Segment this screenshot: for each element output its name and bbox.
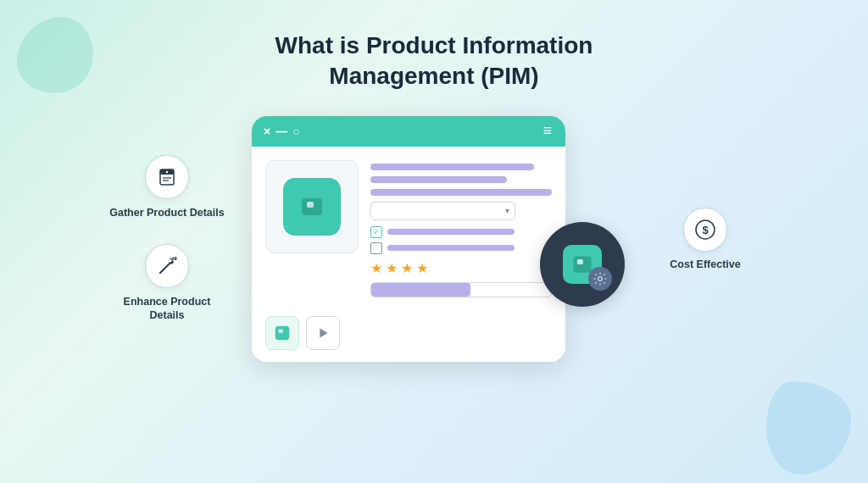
progress-fill bbox=[371, 283, 470, 297]
database-icon bbox=[156, 166, 178, 188]
svg-rect-16 bbox=[574, 256, 592, 272]
settings-gear-badge bbox=[588, 267, 612, 291]
browser-window: × — ○ ≡ bbox=[252, 116, 565, 362]
star-4: ★ bbox=[416, 260, 428, 276]
star-3: ★ bbox=[401, 260, 413, 276]
dollar-circle-icon: $ bbox=[694, 219, 716, 241]
checkbox-label-2 bbox=[387, 245, 515, 251]
chevron-down-icon: ▾ bbox=[505, 206, 509, 215]
checkbox-1[interactable] bbox=[370, 226, 382, 238]
svg-point-18 bbox=[598, 276, 603, 280]
star-1: ★ bbox=[370, 260, 382, 276]
product-details-area: ▾ ★ ★ bbox=[370, 160, 552, 297]
dropdown-field[interactable]: ▾ bbox=[370, 202, 515, 220]
detail-line-3 bbox=[370, 189, 552, 196]
left-column: Gather Product Details Enhance Product D… bbox=[108, 155, 226, 322]
detail-line-1 bbox=[370, 164, 534, 170]
play-icon bbox=[314, 324, 332, 342]
menu-icon: ≡ bbox=[542, 122, 554, 140]
progress-bar bbox=[370, 282, 552, 297]
gear-circle bbox=[540, 222, 625, 307]
svg-rect-17 bbox=[577, 259, 583, 264]
enhance-product-card: Enhance Product Details bbox=[108, 244, 226, 323]
decorative-blob-br bbox=[766, 381, 851, 475]
svg-marker-15 bbox=[320, 328, 327, 337]
minimize-control: — bbox=[275, 125, 287, 137]
svg-line-5 bbox=[160, 263, 170, 273]
thumbnails-row bbox=[252, 309, 565, 362]
close-control: × bbox=[264, 125, 270, 137]
product-image-area bbox=[265, 160, 359, 253]
svg-rect-12 bbox=[307, 202, 314, 208]
thumbnail-1[interactable] bbox=[265, 316, 299, 350]
enhance-icon-circle bbox=[145, 244, 189, 288]
cost-label: Cost Effective bbox=[670, 258, 740, 270]
gather-label: Gather Product Details bbox=[109, 206, 224, 219]
gear-circle-inner bbox=[563, 245, 602, 284]
cost-icon-circle: $ bbox=[683, 208, 727, 252]
star-2: ★ bbox=[386, 260, 398, 276]
gear-overlay bbox=[540, 222, 625, 307]
enhance-label: Enhance Product Details bbox=[108, 295, 226, 323]
gather-product-card: Gather Product Details bbox=[109, 155, 224, 219]
svg-point-2 bbox=[166, 171, 168, 173]
page-container: What is Product Information Management (… bbox=[0, 0, 868, 483]
gear-icon bbox=[593, 272, 607, 286]
wand-icon bbox=[156, 255, 178, 277]
decorative-blob-tl bbox=[17, 17, 93, 93]
checkbox-group bbox=[370, 226, 552, 254]
svg-rect-14 bbox=[278, 329, 283, 333]
gather-icon-circle bbox=[145, 155, 189, 199]
detail-line-2 bbox=[370, 176, 507, 183]
thumbnail-play[interactable] bbox=[306, 316, 340, 350]
thumbnail-product-icon bbox=[273, 324, 292, 342]
browser-content: ▾ ★ ★ bbox=[252, 147, 565, 309]
main-area: Gather Product Details Enhance Product D… bbox=[0, 116, 868, 362]
right-column: $ Cost Effective bbox=[650, 208, 760, 270]
checkbox-row-2 bbox=[370, 242, 552, 254]
product-image-inner bbox=[283, 178, 341, 236]
checkbox-label-1 bbox=[387, 229, 515, 235]
product-box-icon bbox=[298, 193, 326, 220]
browser-controls: × — ○ bbox=[264, 125, 300, 137]
svg-marker-6 bbox=[170, 260, 174, 264]
page-title: What is Product Information Management (… bbox=[275, 31, 593, 92]
browser-bar: × — ○ ≡ bbox=[252, 116, 565, 147]
svg-text:$: $ bbox=[702, 224, 709, 236]
checkbox-row-1 bbox=[370, 226, 552, 238]
svg-rect-13 bbox=[275, 326, 290, 341]
expand-control: ○ bbox=[292, 125, 299, 137]
checkbox-2[interactable] bbox=[370, 242, 382, 254]
svg-line-10 bbox=[170, 258, 172, 260]
star-rating: ★ ★ ★ ★ bbox=[370, 260, 552, 276]
